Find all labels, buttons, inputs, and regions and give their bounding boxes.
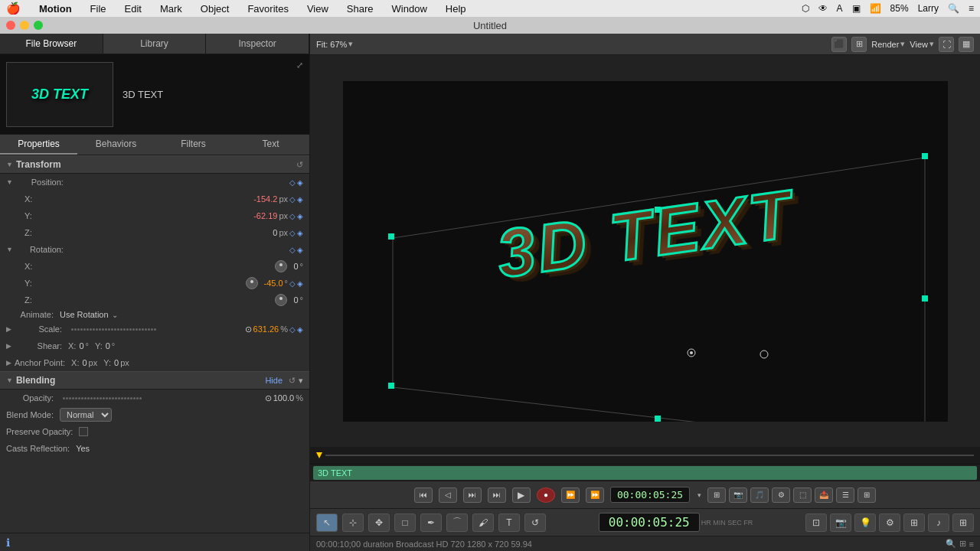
camera-tool[interactable]: 📷 (830, 514, 851, 532)
position-keyframe-left[interactable]: ◇ (289, 178, 296, 187)
shear-y-value[interactable]: 0 (106, 341, 110, 350)
timeline-clip[interactable]: 3D TEXT (313, 466, 977, 480)
handle-bl[interactable] (388, 383, 394, 389)
blend-mode-select[interactable]: Normal Multiply Screen Overlay (60, 408, 112, 422)
opacity-slider[interactable] (63, 397, 262, 399)
playback-icon4[interactable]: ⚙ (772, 487, 790, 503)
pen-tool[interactable]: ✒ (420, 514, 442, 532)
arrow-tool[interactable]: ↖ (316, 514, 338, 532)
animate-dropdown[interactable]: ⌄ (112, 311, 118, 319)
3d-transform-tool[interactable]: ↺ (524, 514, 546, 532)
scale-kf-right[interactable]: ◈ (297, 325, 303, 334)
rotation-z-dial[interactable] (275, 294, 287, 306)
loop-btn[interactable]: ⏩ (561, 487, 580, 503)
prop-tab-text[interactable]: Text (232, 135, 309, 155)
timecode-dropdown[interactable]: ▾ (697, 491, 701, 499)
handle-rm[interactable] (922, 295, 928, 302)
blending-collapse[interactable]: ▼ (6, 377, 13, 384)
tab-inspector[interactable]: Inspector (206, 34, 309, 54)
playback-icon6[interactable]: 📤 (815, 487, 833, 503)
position-keyframe-right[interactable]: ◈ (297, 178, 303, 187)
menu-motion[interactable]: Motion (36, 3, 75, 15)
rotation-kf-right[interactable]: ◈ (297, 246, 303, 254)
handle-tl[interactable] (388, 233, 394, 240)
rect-tool[interactable]: □ (394, 514, 416, 532)
scale-kf-left[interactable]: ◇ (289, 325, 296, 334)
hide-button[interactable]: Hide (265, 376, 283, 385)
opacity-value[interactable]: 100.0 (273, 393, 295, 403)
rot-y-value[interactable]: -45.0 (264, 279, 283, 288)
status-search[interactable]: 🔍 (946, 539, 956, 549)
pos-z-value[interactable]: 0 (273, 228, 277, 237)
transform-collapse[interactable]: ▼ (6, 161, 13, 168)
playback-icon8[interactable]: ⊞ (858, 487, 876, 503)
select-tool[interactable]: ⊹ (342, 514, 364, 532)
monitor-tool[interactable]: ⊡ (805, 514, 827, 532)
next-frame-btn[interactable]: ⏭ (488, 487, 506, 503)
view-dropdown[interactable]: View ▾ (910, 39, 934, 49)
forward-btn[interactable]: ⏩ (586, 487, 604, 503)
rotation-collapse[interactable]: ▼ (6, 246, 13, 253)
prop-tab-filters[interactable]: Filters (155, 135, 232, 155)
blending-reset[interactable]: ↺ (289, 376, 296, 386)
menu-file[interactable]: File (87, 3, 109, 15)
rot-z-value[interactable]: 0 (293, 295, 298, 305)
pos-z-kf-right[interactable]: ◈ (297, 229, 303, 237)
play-btn[interactable]: ▶ (512, 487, 531, 503)
center-handle[interactable] (688, 349, 695, 357)
pos-y-value[interactable]: -62.19 (253, 211, 277, 220)
status-expand[interactable]: ⊞ (959, 539, 966, 549)
menu-window[interactable]: Window (389, 3, 430, 15)
handle-tr[interactable] (922, 153, 928, 159)
record-btn[interactable]: ● (537, 487, 555, 503)
menu-help[interactable]: Help (443, 3, 469, 15)
midi-tool[interactable]: ♪ (928, 514, 949, 532)
pos-x-kf-left[interactable]: ◇ (289, 195, 296, 204)
paint-tool[interactable]: 🖌 (472, 514, 494, 532)
shear-x-value[interactable]: 0 (79, 341, 83, 350)
text-tool[interactable]: T (498, 514, 520, 532)
rotation-y-dial[interactable] (246, 277, 258, 289)
playback-icon5[interactable]: ⬚ (793, 487, 812, 503)
fit-dropdown[interactable]: Fit: 67% ▾ (316, 39, 353, 49)
minimize-button[interactable] (20, 21, 29, 30)
anchor-collapse[interactable]: ▶ (6, 359, 11, 367)
rotation-x-dial[interactable] (275, 260, 287, 272)
prop-tab-behaviors[interactable]: Behaviors (77, 135, 155, 155)
pos-y-kf-right[interactable]: ◈ (297, 212, 303, 220)
scale-collapse[interactable]: ▶ (6, 325, 11, 333)
menu-edit[interactable]: Edit (122, 3, 145, 15)
timecode-display[interactable]: 00:00:05:25 (610, 487, 690, 503)
pos-x-value[interactable]: -154.2 (253, 194, 277, 204)
position-collapse[interactable]: ▼ (6, 178, 13, 186)
scale-dial-icon[interactable]: ⊙ (245, 324, 252, 334)
menu-object[interactable]: Object (198, 3, 233, 15)
bezier-tool[interactable]: ⌒ (446, 514, 468, 532)
playback-icon2[interactable]: 📷 (729, 487, 747, 503)
share-tool[interactable]: ⊞ (903, 514, 925, 532)
fullscreen-btn[interactable]: ⛶ (939, 37, 954, 52)
playback-icon7[interactable]: ☰ (836, 487, 854, 503)
maximize-button[interactable] (34, 21, 43, 30)
expand-icon[interactable]: ⤢ (296, 60, 303, 70)
pos-y-kf-left[interactable]: ◇ (289, 212, 296, 220)
go-to-start-btn[interactable]: ⏮ (414, 487, 433, 503)
anchor-y-value[interactable]: 0 (114, 358, 119, 367)
pos-x-kf-right[interactable]: ◈ (297, 195, 303, 204)
rotation-kf-left[interactable]: ◇ (289, 246, 296, 254)
rot-y-kf-left[interactable]: ◇ (289, 279, 296, 288)
rot-y-kf-right[interactable]: ◈ (297, 279, 303, 288)
scale-value[interactable]: 631.26 (253, 324, 279, 334)
layout-btn[interactable]: ▦ (959, 37, 974, 52)
settings-tool[interactable]: ⚙ (879, 514, 900, 532)
color-mode-btn[interactable]: ⬛ (831, 37, 847, 52)
bottom-timecode[interactable]: 00:00:05:25 (599, 513, 700, 532)
menu-view[interactable]: View (304, 3, 332, 15)
search-icon[interactable]: 🔍 (948, 3, 959, 14)
prev-frame-btn[interactable]: ⏭ (463, 487, 482, 503)
preserve-opacity-checkbox[interactable] (79, 427, 88, 436)
grid-btn[interactable]: ⊞ (851, 37, 867, 52)
tab-file-browser[interactable]: File Browser (0, 34, 103, 54)
blending-menu[interactable]: ▾ (299, 376, 303, 386)
playback-icon1[interactable]: ⊞ (707, 487, 726, 503)
